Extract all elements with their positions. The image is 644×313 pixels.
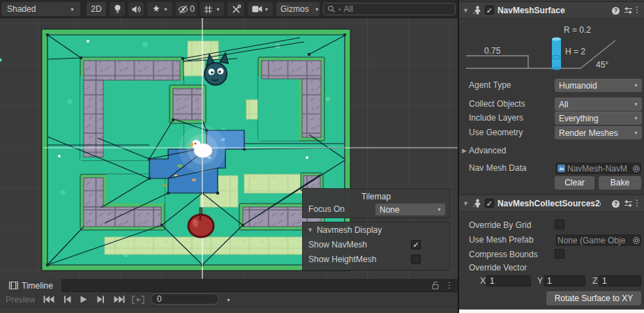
- previous-frame-button[interactable]: [60, 292, 74, 307]
- navmesh-display-title: Navmesh Display: [317, 225, 382, 235]
- tilemap-overlay-title: Tilemap: [303, 189, 449, 201]
- presets-icon[interactable]: [624, 199, 633, 210]
- agent-type-dropdown[interactable]: Humanoid▼: [555, 79, 642, 92]
- frame-field[interactable]: 0: [151, 293, 219, 305]
- navmesh-asset-icon: [557, 165, 565, 172]
- scene-audio-button[interactable]: [128, 2, 144, 16]
- x-value: 1: [490, 276, 495, 286]
- light-icon: [113, 4, 122, 14]
- scene-search-input[interactable]: ▾ All: [323, 3, 456, 15]
- advanced-foldout[interactable]: ▶ Advanced: [459, 144, 644, 158]
- agent-step-label: 0.75: [484, 46, 500, 56]
- z-value-field[interactable]: 1: [599, 275, 641, 287]
- show-navmesh-label: Show NavMesh: [308, 240, 367, 250]
- scene-visibility-button[interactable]: 0: [176, 2, 197, 16]
- focus-on-label: Focus On: [308, 204, 345, 214]
- compress-bounds-label: Compress Bounds: [469, 250, 538, 259]
- draw-mode-dropdown[interactable]: Shaded ▼: [1, 2, 80, 16]
- timeline-track-area[interactable]: [0, 307, 459, 313]
- component-title: NavMeshSurface: [497, 6, 565, 15]
- chevron-down-icon: ▼: [634, 130, 638, 135]
- component-tools-button[interactable]: [227, 2, 244, 16]
- agent-type-label: Agent Type: [469, 80, 511, 90]
- include-layers-dropdown[interactable]: Everything▼: [555, 112, 642, 125]
- chevron-down-icon: ▾: [338, 7, 341, 12]
- scene-camera-button[interactable]: ▼: [248, 2, 273, 16]
- use-geometry-value: Render Meshes: [559, 128, 618, 138]
- checkmark: ✓: [486, 199, 493, 208]
- kebab-menu-icon[interactable]: ⋮: [633, 5, 641, 15]
- collect-objects-dropdown[interactable]: All▼: [555, 98, 642, 111]
- component-enabled-checkbox[interactable]: ✓: [485, 199, 494, 208]
- chevron-down-icon[interactable]: ▼: [226, 298, 231, 303]
- agent-settings-diagram: R = 0.2 H = 2 0.75 45°: [459, 20, 644, 78]
- focus-on-dropdown[interactable]: None ▼: [375, 204, 445, 215]
- tab-timeline[interactable]: Timeline: [0, 279, 61, 292]
- help-icon[interactable]: ?: [611, 6, 620, 17]
- gizmos-dropdown[interactable]: Gizmos ▼: [276, 2, 320, 16]
- chevron-down-icon: ▼: [634, 116, 638, 121]
- nav-mesh-data-label: Nav Mesh Data: [469, 163, 527, 173]
- chevron-down-icon: ▼: [264, 7, 269, 12]
- preview-button[interactable]: Preview: [6, 295, 36, 305]
- visibility-off-icon: [178, 5, 188, 14]
- compress-bounds-checkbox[interactable]: [555, 249, 564, 259]
- component-enabled-checkbox[interactable]: ✓: [485, 6, 494, 15]
- clear-button[interactable]: Clear: [555, 176, 594, 190]
- inspector-panel: ▼ ✓ NavMeshSurface ? ⋮ R = 0.2 H = 2 0.7…: [458, 0, 644, 313]
- chevron-down-icon: ▼: [634, 102, 638, 107]
- svg-text:?: ?: [614, 7, 617, 14]
- presets-icon[interactable]: [624, 6, 633, 17]
- kebab-menu-icon[interactable]: ⋮: [445, 280, 454, 290]
- scene-viewport[interactable]: Tilemap Focus On None ▼ ▼ Navmesh Displa…: [0, 18, 458, 279]
- play-range-button[interactable]: [130, 292, 147, 307]
- override-by-grid-label: Override By Grid: [469, 220, 531, 230]
- y-value-field[interactable]: 1: [544, 275, 585, 287]
- nav-mesh-data-field[interactable]: NavMesh-NavM ◎: [555, 162, 642, 175]
- object-picker-icon[interactable]: ◎: [633, 235, 640, 245]
- show-navmesh-checkbox[interactable]: ✓: [411, 240, 421, 250]
- 2d-toggle-button[interactable]: 2D: [87, 2, 106, 16]
- focus-on-value: None: [380, 205, 400, 215]
- chicken-sprite[interactable]: [179, 125, 226, 173]
- use-mesh-prefab-field[interactable]: None (Game Obje ◎: [555, 234, 642, 247]
- scene-effects-button[interactable]: ▼: [147, 2, 172, 16]
- tilemap-level: [0, 29, 350, 270]
- foldout-icon[interactable]: ▼: [463, 200, 469, 207]
- goto-start-button[interactable]: [39, 292, 57, 307]
- play-button[interactable]: [77, 292, 91, 307]
- use-mesh-prefab-value: None (Game Obje: [557, 236, 625, 245]
- audio-icon: [131, 5, 141, 14]
- use-geometry-dropdown[interactable]: Render Meshes▼: [555, 126, 642, 139]
- search-icon: [327, 5, 336, 13]
- help-icon[interactable]: ?: [611, 199, 620, 211]
- foldout-icon[interactable]: ▼: [307, 227, 313, 234]
- x-axis-label: X: [480, 276, 486, 286]
- chevron-down-icon: ▼: [437, 207, 442, 212]
- tab-timeline-label: Timeline: [22, 281, 53, 291]
- chevron-down-icon: ▼: [70, 7, 75, 12]
- bake-button[interactable]: Bake: [599, 176, 641, 190]
- kebab-menu-icon[interactable]: ⋮: [633, 198, 641, 208]
- agent-cylinder: [552, 39, 561, 68]
- chevron-down-icon: ▼: [216, 7, 220, 12]
- navmesh-agent-icon: [472, 6, 481, 15]
- goto-end-button[interactable]: [110, 292, 128, 307]
- scene-grid-button[interactable]: ▼: [200, 2, 224, 16]
- z-axis-label: Z: [592, 276, 597, 286]
- lock-icon[interactable]: [431, 281, 440, 292]
- collect-sources-header[interactable]: ▼ ✓ NavMeshCollectSources2d ? ⋮: [459, 194, 644, 212]
- next-frame-button[interactable]: [93, 292, 107, 307]
- foldout-icon[interactable]: ▼: [463, 7, 469, 14]
- navmeshsurface-header[interactable]: ▼ ✓ NavMeshSurface ? ⋮: [459, 1, 644, 19]
- x-value-field[interactable]: 1: [486, 275, 531, 287]
- show-heightmesh-checkbox[interactable]: [411, 254, 421, 264]
- scene-lighting-button[interactable]: [110, 2, 125, 16]
- hidden-count: 0: [190, 4, 195, 14]
- collect-objects-value: All: [559, 100, 568, 109]
- rotate-surface-button[interactable]: Rotate Surface to XY: [546, 291, 641, 305]
- object-picker-icon[interactable]: ◎: [633, 163, 640, 173]
- component-title: NavMeshCollectSources2d: [497, 199, 601, 208]
- timeline-panel: Timeline ⋮ Preview: [0, 279, 459, 313]
- override-by-grid-checkbox[interactable]: [555, 220, 564, 229]
